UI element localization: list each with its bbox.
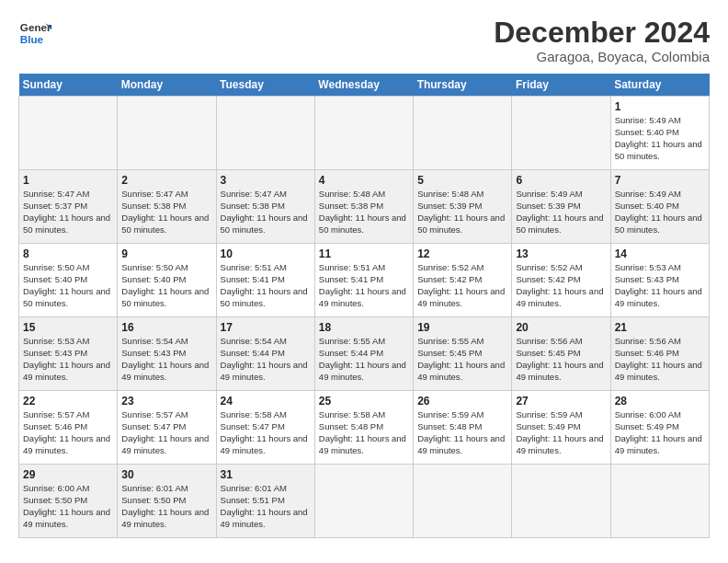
calendar-cell	[512, 97, 610, 170]
sunset-text: Sunset: 5:46 PM	[615, 348, 679, 358]
calendar-cell: 1Sunrise: 5:49 AMSunset: 5:40 PMDaylight…	[610, 97, 709, 170]
calendar-week-row: 29Sunrise: 6:00 AMSunset: 5:50 PMDayligh…	[19, 465, 710, 538]
calendar-cell	[314, 465, 413, 538]
calendar-cell	[414, 465, 512, 538]
day-number: 4	[319, 173, 409, 188]
sunrise-text: Sunrise: 5:59 AM	[417, 409, 483, 419]
day-number: 19	[417, 320, 507, 335]
daylight-text: Daylight: 11 hours and 50 minutes.	[121, 213, 209, 235]
daylight-text: Daylight: 11 hours and 49 minutes.	[417, 286, 505, 308]
day-number: 29	[23, 467, 113, 482]
day-number: 21	[615, 320, 705, 335]
sunset-text: Sunset: 5:43 PM	[615, 274, 679, 284]
calendar-table: SundayMondayTuesdayWednesdayThursdayFrid…	[18, 74, 710, 538]
day-number: 1	[615, 99, 705, 114]
sunset-text: Sunset: 5:38 PM	[221, 201, 285, 211]
day-number: 20	[516, 320, 606, 335]
calendar-cell: 18Sunrise: 5:55 AMSunset: 5:44 PMDayligh…	[314, 317, 413, 391]
sunrise-text: Sunrise: 5:49 AM	[615, 115, 681, 125]
calendar-cell: 13Sunrise: 5:52 AMSunset: 5:42 PMDayligh…	[512, 244, 610, 317]
calendar-cell	[216, 97, 314, 170]
daylight-text: Daylight: 11 hours and 50 minutes.	[615, 213, 702, 235]
calendar-cell: 8Sunrise: 5:50 AMSunset: 5:40 PMDaylight…	[19, 244, 118, 317]
day-number: 12	[417, 247, 507, 261]
sunrise-text: Sunrise: 5:47 AM	[23, 189, 89, 199]
sunset-text: Sunset: 5:48 PM	[319, 421, 383, 431]
calendar-cell: 15Sunrise: 5:53 AMSunset: 5:43 PMDayligh…	[19, 317, 118, 391]
sunset-text: Sunset: 5:49 PM	[615, 421, 679, 431]
sunset-text: Sunset: 5:40 PM	[615, 201, 679, 211]
calendar-week-row: 15Sunrise: 5:53 AMSunset: 5:43 PMDayligh…	[19, 317, 710, 391]
sunset-text: Sunset: 5:39 PM	[516, 201, 580, 211]
sunrise-text: Sunrise: 5:49 AM	[615, 189, 681, 199]
calendar-cell: 23Sunrise: 5:57 AMSunset: 5:47 PMDayligh…	[118, 391, 216, 465]
day-number: 16	[121, 320, 211, 335]
sunrise-text: Sunrise: 5:51 AM	[319, 262, 385, 272]
daylight-text: Daylight: 11 hours and 49 minutes.	[615, 433, 702, 455]
calendar-cell: 10Sunrise: 5:51 AMSunset: 5:41 PMDayligh…	[216, 244, 314, 317]
sunrise-text: Sunrise: 5:53 AM	[23, 336, 89, 346]
day-number: 22	[23, 394, 113, 408]
calendar-day-header: Wednesday	[314, 74, 413, 97]
calendar-cell: 1Sunrise: 5:47 AMSunset: 5:37 PMDaylight…	[19, 170, 118, 244]
daylight-text: Daylight: 11 hours and 49 minutes.	[417, 433, 505, 455]
day-number: 1	[23, 173, 113, 188]
day-number: 5	[417, 173, 507, 188]
sunset-text: Sunset: 5:46 PM	[23, 421, 87, 431]
calendar-day-header: Thursday	[414, 74, 512, 97]
calendar-cell	[610, 465, 709, 538]
daylight-text: Daylight: 11 hours and 50 minutes.	[615, 139, 702, 161]
day-number: 31	[221, 467, 311, 482]
calendar-cell	[512, 465, 610, 538]
day-number: 2	[121, 173, 211, 188]
daylight-text: Daylight: 11 hours and 50 minutes.	[23, 213, 110, 235]
daylight-text: Daylight: 11 hours and 49 minutes.	[121, 433, 209, 455]
day-number: 24	[221, 394, 311, 408]
sunrise-text: Sunrise: 5:55 AM	[319, 336, 385, 346]
calendar-cell: 19Sunrise: 5:55 AMSunset: 5:45 PMDayligh…	[414, 317, 512, 391]
daylight-text: Daylight: 11 hours and 49 minutes.	[615, 286, 702, 308]
day-number: 23	[121, 394, 211, 408]
calendar-cell	[118, 97, 216, 170]
sunrise-text: Sunrise: 5:52 AM	[417, 262, 483, 272]
calendar-cell: 2Sunrise: 5:47 AMSunset: 5:38 PMDaylight…	[118, 170, 216, 244]
calendar-week-row: 1Sunrise: 5:49 AMSunset: 5:40 PMDaylight…	[19, 97, 710, 170]
calendar-cell	[314, 97, 413, 170]
svg-text:General: General	[20, 21, 51, 33]
sunset-text: Sunset: 5:42 PM	[516, 274, 580, 284]
daylight-text: Daylight: 11 hours and 49 minutes.	[319, 360, 406, 382]
sunrise-text: Sunrise: 5:52 AM	[516, 262, 582, 272]
sunrise-text: Sunrise: 5:56 AM	[615, 336, 681, 346]
sunset-text: Sunset: 5:44 PM	[221, 348, 285, 358]
daylight-text: Daylight: 11 hours and 49 minutes.	[516, 360, 603, 382]
calendar-cell: 30Sunrise: 6:01 AMSunset: 5:50 PMDayligh…	[118, 465, 216, 538]
page: General Blue December 2024 Garagoa, Boya…	[0, 0, 728, 547]
sunset-text: Sunset: 5:45 PM	[516, 348, 580, 358]
logo: General Blue	[18, 17, 51, 50]
daylight-text: Daylight: 11 hours and 50 minutes.	[417, 213, 505, 235]
location-subtitle: Garagoa, Boyaca, Colombia	[494, 49, 710, 64]
calendar-cell: 25Sunrise: 5:58 AMSunset: 5:48 PMDayligh…	[314, 391, 413, 465]
calendar-cell: 29Sunrise: 6:00 AMSunset: 5:50 PMDayligh…	[19, 465, 118, 538]
sunrise-text: Sunrise: 6:01 AM	[221, 483, 287, 493]
sunset-text: Sunset: 5:49 PM	[516, 421, 580, 431]
calendar-cell: 12Sunrise: 5:52 AMSunset: 5:42 PMDayligh…	[414, 244, 512, 317]
daylight-text: Daylight: 11 hours and 49 minutes.	[417, 360, 505, 382]
sunrise-text: Sunrise: 5:57 AM	[121, 409, 188, 419]
sunset-text: Sunset: 5:38 PM	[121, 201, 186, 211]
calendar-day-header: Sunday	[19, 74, 118, 97]
sunrise-text: Sunrise: 5:47 AM	[221, 189, 287, 199]
sunset-text: Sunset: 5:39 PM	[417, 201, 482, 211]
day-number: 28	[615, 394, 705, 408]
sunrise-text: Sunrise: 5:51 AM	[221, 262, 287, 272]
calendar-header-row: SundayMondayTuesdayWednesdayThursdayFrid…	[19, 74, 710, 97]
day-number: 25	[319, 394, 409, 408]
sunset-text: Sunset: 5:41 PM	[221, 274, 285, 284]
sunrise-text: Sunrise: 5:48 AM	[319, 189, 385, 199]
day-number: 6	[516, 173, 606, 188]
sunrise-text: Sunrise: 5:48 AM	[417, 189, 483, 199]
sunrise-text: Sunrise: 6:01 AM	[121, 483, 188, 493]
day-number: 13	[516, 247, 606, 261]
sunrise-text: Sunrise: 6:00 AM	[615, 409, 681, 419]
sunset-text: Sunset: 5:50 PM	[23, 495, 87, 505]
